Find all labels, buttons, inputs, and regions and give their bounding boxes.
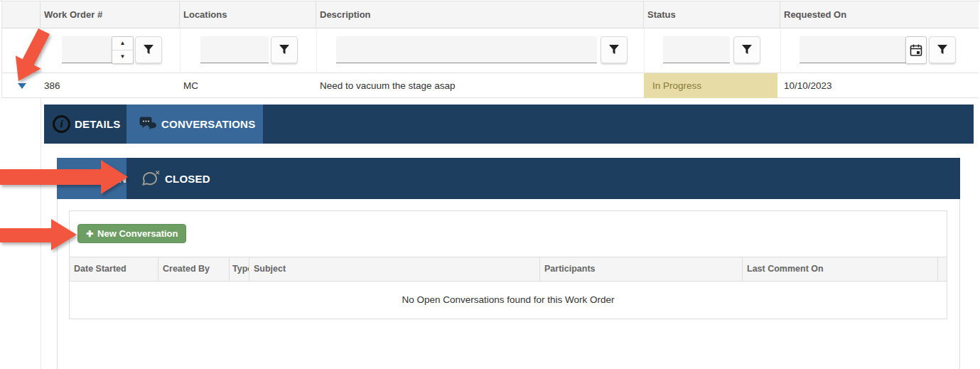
row-expander-icon[interactable]	[18, 83, 26, 89]
hierarchy-column-border	[41, 98, 41, 369]
tab-conversations-label: CONVERSATIONS	[161, 118, 255, 130]
cell-description: Need to vacuum the stage asap	[316, 73, 644, 98]
spinner-up-icon[interactable]: ▲	[112, 37, 133, 50]
info-icon: i	[53, 115, 70, 133]
column-header-description[interactable]: Description	[316, 1, 644, 28]
column-separator	[644, 29, 645, 73]
conversations-tabstrip: OPEN CLOSED	[57, 158, 960, 199]
work-order-spinner[interactable]: ▲ ▼	[112, 36, 134, 64]
tab-closed-conversations[interactable]: CLOSED	[126, 158, 276, 199]
column-separator	[180, 29, 181, 73]
work-order-row[interactable]: 386 MC Need to vacuum the stage asap In …	[2, 73, 979, 98]
conversations-table-header: Date Started Created By Type Subject Par…	[70, 257, 947, 282]
requested-on-filter-button[interactable]	[929, 36, 956, 63]
tab-conversations[interactable]: CONVERSATIONS	[126, 105, 263, 144]
cell-work-order: 386	[41, 73, 180, 98]
tab-open-conversations[interactable]: OPEN	[57, 158, 126, 199]
funnel-icon	[143, 44, 154, 55]
status-badge: In Progress	[644, 73, 777, 98]
chat-icon	[139, 116, 157, 133]
work-order-grid-screen: Work Order # Locations Description Statu…	[0, 0, 980, 369]
funnel-icon	[608, 44, 620, 55]
col-created-by[interactable]: Created By	[158, 257, 230, 281]
funnel-icon	[937, 44, 948, 55]
column-separator	[780, 29, 781, 73]
locations-filter-input[interactable]	[200, 36, 269, 63]
tab-details-label: DETAILS	[75, 118, 120, 130]
chat-icon	[72, 169, 92, 188]
col-last-comment-on[interactable]: Last Comment On	[743, 257, 938, 281]
grid-header-row: Work Order # Locations Description Statu…	[2, 1, 979, 28]
filter-row: ▲ ▼	[2, 29, 979, 73]
tab-closed-label: CLOSED	[165, 173, 210, 185]
plus-icon: ✚	[86, 230, 93, 238]
chat-closed-icon	[141, 169, 161, 188]
column-separator	[316, 29, 317, 73]
open-conversations-panel: ✚ New Conversation Date Started Created …	[69, 210, 947, 319]
calendar-icon	[909, 43, 923, 58]
col-filler	[938, 257, 947, 281]
new-conversation-button[interactable]: ✚ New Conversation	[77, 224, 186, 243]
tab-details[interactable]: i DETAILS	[44, 105, 126, 144]
column-header-status[interactable]: Status	[644, 1, 780, 28]
column-header-expander	[2, 1, 41, 28]
description-filter-input[interactable]	[336, 36, 597, 63]
cell-requested-on: 10/10/2023	[780, 73, 979, 98]
description-filter-button[interactable]	[601, 36, 628, 63]
col-participants[interactable]: Participants	[540, 257, 743, 281]
col-date-started[interactable]: Date Started	[70, 257, 158, 281]
new-conversation-label: New Conversation	[97, 228, 178, 239]
column-separator	[41, 29, 41, 73]
date-picker-button[interactable]	[905, 36, 927, 64]
column-header-requested-on[interactable]: Requested On	[780, 1, 979, 28]
detail-tabstrip: i DETAILS CONVERSATIONS	[44, 105, 974, 144]
col-type[interactable]: Type	[230, 257, 249, 281]
conversations-content: ✚ New Conversation Date Started Created …	[57, 199, 960, 369]
work-order-filter-button[interactable]	[135, 36, 162, 63]
status-filter-button[interactable]	[733, 36, 760, 63]
col-subject[interactable]: Subject	[249, 257, 540, 281]
funnel-icon	[279, 44, 290, 55]
tab-open-label: OPEN	[96, 173, 126, 185]
status-filter-input[interactable]	[663, 36, 730, 63]
funnel-icon	[741, 44, 753, 55]
column-header-work-order[interactable]: Work Order #	[41, 1, 180, 28]
spinner-down-icon[interactable]: ▼	[112, 50, 133, 63]
row-detail-panel: i DETAILS CONVERSATIONS OPEN	[0, 98, 980, 369]
empty-conversations-message: No Open Conversations found for this Wor…	[70, 282, 947, 319]
cell-locations: MC	[180, 73, 316, 98]
locations-filter-button[interactable]	[271, 36, 298, 63]
requested-on-filter-input[interactable]	[799, 36, 906, 63]
column-header-locations[interactable]: Locations	[180, 1, 316, 28]
